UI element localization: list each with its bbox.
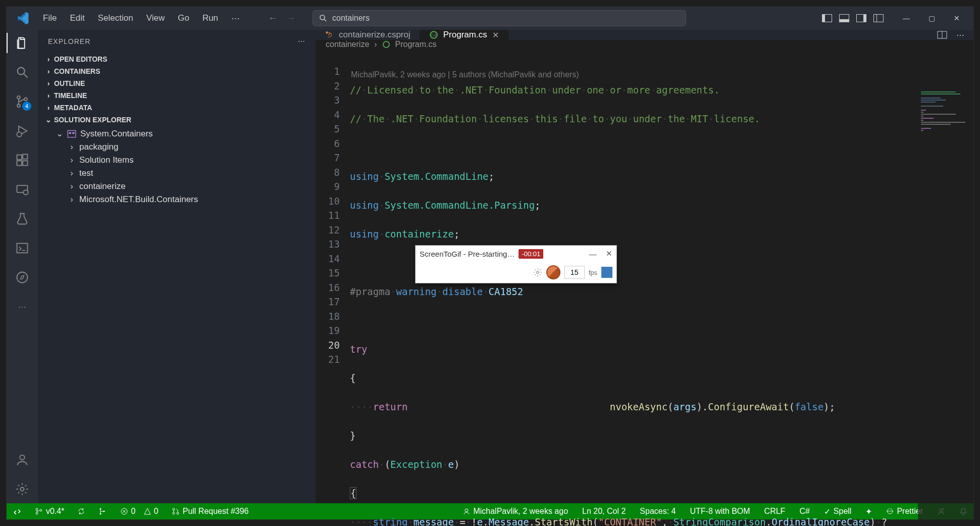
status-sync[interactable] xyxy=(75,507,87,515)
window-maximize-button[interactable]: ▢ xyxy=(919,7,944,30)
tab-program-cs[interactable]: C# Program.cs ✕ xyxy=(420,30,508,40)
section-metadata[interactable]: ›METADATA xyxy=(38,102,316,114)
activity-settings-icon[interactable] xyxy=(14,481,30,497)
svg-rect-8 xyxy=(17,155,22,160)
nav-back-icon[interactable]: ← xyxy=(268,13,277,24)
section-solution-explorer[interactable]: ⌄SOLUTION EXPLORER xyxy=(38,114,316,126)
tree-item[interactable]: ›Solution Items xyxy=(64,154,316,167)
activity-remote-icon[interactable] xyxy=(14,181,30,198)
overlay-timer: -00:01 xyxy=(519,249,543,259)
status-graph[interactable] xyxy=(96,507,110,515)
menu-go[interactable]: Go xyxy=(172,10,195,27)
explorer-sidebar: EXPLORER ⋯ ›OPEN EDITORS ›CONTAINERS ›OU… xyxy=(38,30,316,503)
svg-point-34 xyxy=(173,508,175,510)
tree-item[interactable]: ›packaging xyxy=(64,140,316,154)
tree-item[interactable]: ›Microsoft.NET.Build.Containers xyxy=(64,193,316,206)
svg-line-1 xyxy=(324,19,326,21)
svg-point-21 xyxy=(326,31,328,34)
title-bar: File Edit Selection View Go Run ⋯ ← → co… xyxy=(7,7,973,30)
split-editor-icon[interactable] xyxy=(937,30,947,39)
activity-compass-icon[interactable] xyxy=(14,269,30,285)
toggle-secondary-sidebar-icon[interactable] xyxy=(856,14,866,22)
codelens[interactable]: MichalPavlik, 2 weeks ago | 5 authors (M… xyxy=(350,68,973,82)
menu-run[interactable]: Run xyxy=(196,10,224,27)
explorer-title: EXPLORER xyxy=(48,37,90,45)
section-open-editors[interactable]: ›OPEN EDITORS xyxy=(38,53,316,65)
toggle-panel-icon[interactable] xyxy=(839,14,849,22)
svg-point-40 xyxy=(536,271,539,274)
menu-edit[interactable]: Edit xyxy=(64,10,90,27)
activity-debug-icon[interactable] xyxy=(14,123,30,139)
activity-overflow-icon[interactable]: ⋯ xyxy=(14,299,30,315)
search-icon xyxy=(319,14,327,22)
status-problems[interactable]: 0 0 xyxy=(119,507,160,516)
customize-layout-icon[interactable] xyxy=(873,14,884,22)
svg-point-0 xyxy=(320,15,325,20)
editor-group: containerize.csproj C# Program.cs ✕ ⋯ co… xyxy=(316,30,973,503)
svg-rect-19 xyxy=(69,132,71,133)
activity-extensions-icon[interactable] xyxy=(14,152,30,168)
overlay-color-swatch[interactable] xyxy=(601,267,612,278)
menu-file[interactable]: File xyxy=(37,10,63,27)
remote-indicator[interactable] xyxy=(11,507,24,516)
tree-item[interactable]: ›containerize xyxy=(64,180,316,193)
overlay-fps-input[interactable] xyxy=(564,266,585,279)
editor-body[interactable]: 1 2 3 4 5 6 7 8 9 10 11 12 13 14 15 16 1 xyxy=(316,49,973,526)
overlay-close-button[interactable]: ✕ xyxy=(603,248,614,259)
svg-rect-14 xyxy=(17,244,28,253)
explorer-more-icon[interactable]: ⋯ xyxy=(298,37,305,45)
svg-point-16 xyxy=(20,455,24,460)
breadcrumb[interactable]: containerize› Program.cs xyxy=(316,40,973,49)
svg-point-36 xyxy=(177,512,179,514)
line-gutter: 1 2 3 4 5 6 7 8 9 10 11 12 13 14 15 16 1 xyxy=(316,49,350,526)
svg-point-26 xyxy=(383,41,389,47)
editor-tabs: containerize.csproj C# Program.cs ✕ ⋯ xyxy=(316,30,973,40)
activity-accounts-icon[interactable] xyxy=(14,452,30,468)
activity-terminal-icon[interactable] xyxy=(14,240,30,256)
window-minimize-button[interactable]: ― xyxy=(894,7,919,30)
activity-explorer-icon[interactable] xyxy=(14,35,30,51)
svg-point-15 xyxy=(17,272,28,283)
tab-containerize-csproj[interactable]: containerize.csproj xyxy=(316,30,420,40)
overlay-record-button[interactable] xyxy=(546,265,560,279)
activity-scm-icon[interactable]: 4 xyxy=(14,93,30,110)
svg-rect-11 xyxy=(23,154,27,159)
overlay-minimize-button[interactable]: ― xyxy=(587,248,598,259)
tab-close-icon[interactable]: ✕ xyxy=(492,30,499,40)
svg-point-4 xyxy=(17,96,20,99)
nav-forward-icon[interactable]: → xyxy=(286,13,295,24)
overlay-fps-label: fps xyxy=(589,269,597,276)
window-close-button[interactable]: ✕ xyxy=(944,7,969,30)
toggle-primary-sidebar-icon[interactable] xyxy=(822,14,832,22)
menu-overflow[interactable]: ⋯ xyxy=(225,10,246,27)
section-timeline[interactable]: ›TIMELINE xyxy=(38,89,316,102)
solution-icon xyxy=(67,129,76,138)
minimap[interactable] xyxy=(918,88,973,526)
menu-selection[interactable]: Selection xyxy=(92,10,139,27)
svg-rect-10 xyxy=(23,161,27,165)
status-branch[interactable]: v0.4* xyxy=(33,507,66,516)
menu-view[interactable]: View xyxy=(140,10,171,27)
section-outline[interactable]: ›OUTLINE xyxy=(38,77,316,89)
svg-point-2 xyxy=(18,68,25,75)
tree-item[interactable]: ›test xyxy=(64,167,316,180)
vscode-logo-icon xyxy=(16,11,30,25)
status-pull-request[interactable]: Pull Request #396 xyxy=(170,507,251,516)
xml-file-icon xyxy=(325,30,334,39)
nav-arrows: ← → xyxy=(268,13,295,24)
svg-line-3 xyxy=(24,74,28,78)
layout-controls xyxy=(822,14,884,22)
code-content[interactable]: MichalPavlik, 2 weeks ago | 5 authors (M… xyxy=(350,49,973,526)
overlay-settings-icon[interactable] xyxy=(533,268,542,277)
activity-testing-icon[interactable] xyxy=(14,211,30,227)
activity-search-icon[interactable] xyxy=(14,64,30,80)
overlay-title: ScreenToGif - Pre-starting… xyxy=(420,250,514,258)
svg-point-27 xyxy=(36,508,38,510)
csharp-file-icon: C# xyxy=(429,30,438,39)
section-containers[interactable]: ›CONTAINERS xyxy=(38,65,316,77)
screentogif-window[interactable]: ScreenToGif - Pre-starting… -00:01 ― ✕ f… xyxy=(415,245,617,283)
search-value: containers xyxy=(332,14,370,23)
editor-more-icon[interactable]: ⋯ xyxy=(956,30,964,40)
solution-root[interactable]: ⌄ System.Containers xyxy=(52,127,316,140)
command-center[interactable]: containers xyxy=(313,10,686,26)
